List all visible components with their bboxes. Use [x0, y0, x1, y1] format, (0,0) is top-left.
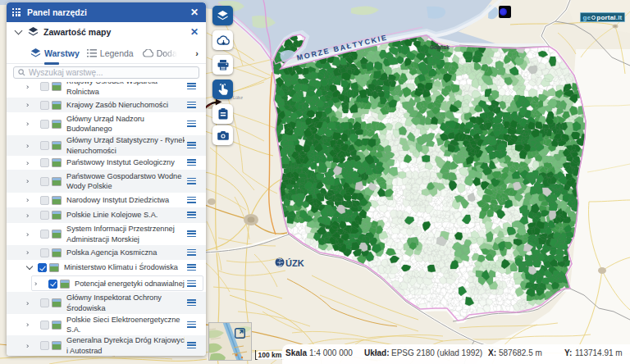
svg-text:Č: Č	[276, 258, 281, 267]
svg-text:Lübz: Lübz	[233, 95, 243, 100]
svg-text:Gdańsk: Gdańsk	[430, 44, 450, 50]
svg-text:ÚZK: ÚZK	[285, 258, 304, 268]
